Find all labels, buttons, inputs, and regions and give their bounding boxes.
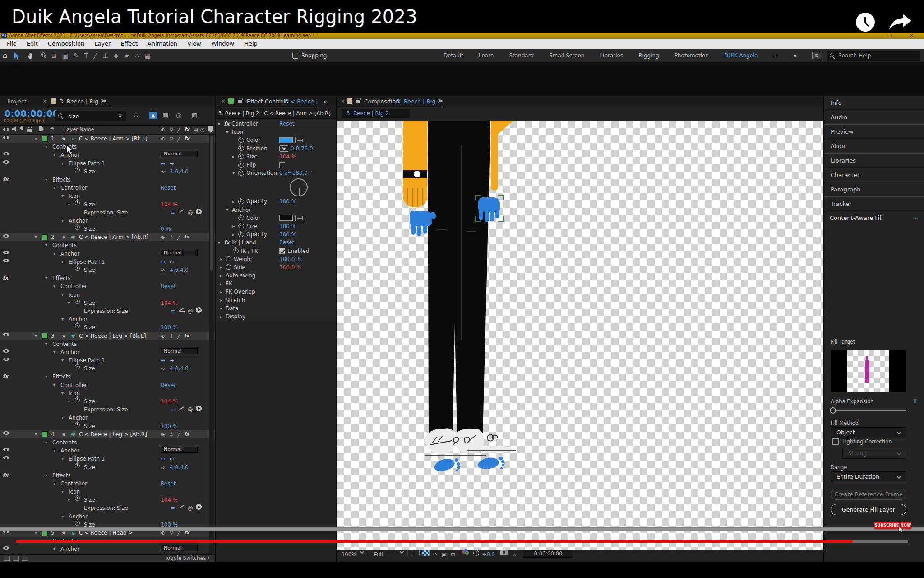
puppet-pin-tool[interactable]: ★ xyxy=(124,52,130,59)
layer-name[interactable]: C < Reece | Leg > [Bk.L] xyxy=(79,332,146,340)
rotate-tool[interactable]: ↻ xyxy=(41,52,46,59)
constrain-icon[interactable]: ↔ xyxy=(170,356,174,364)
expression-graph-icon[interactable] xyxy=(179,209,185,213)
expression-whip-icon[interactable]: @ xyxy=(188,307,193,315)
close-button[interactable]: × xyxy=(910,33,913,39)
alpha-expansion-value[interactable]: 0 xyxy=(913,398,917,405)
switch-fx-icon[interactable]: fx xyxy=(184,332,189,340)
color-toggle-icon[interactable] xyxy=(295,137,305,143)
anchor-group-row[interactable]: ▾ Anchor xyxy=(0,315,215,323)
effect-property-row[interactable]: ▸ Weight ⊕ 100.0 % xyxy=(216,255,336,263)
size-value[interactable]: 4.0,4.0 xyxy=(170,266,189,274)
twirl-icon[interactable]: ▾ xyxy=(61,192,64,200)
constrain-icon[interactable]: ↔ xyxy=(161,356,165,364)
stopwatch-icon[interactable] xyxy=(75,168,80,172)
frame-blending-icon[interactable]: ▤ xyxy=(162,112,168,119)
workspace-tab[interactable]: Standard xyxy=(509,52,534,59)
icon-group-row[interactable]: ▾ Icon xyxy=(0,488,215,496)
stopwatch-icon[interactable] xyxy=(75,496,80,501)
switch-fx-icon[interactable]: fx xyxy=(184,126,189,132)
twirl-icon[interactable]: ▾ xyxy=(218,121,224,126)
switch-fx-icon[interactable]: fx xyxy=(184,430,189,438)
twirl-icon[interactable]: ▾ xyxy=(53,151,55,159)
type-tool[interactable]: T xyxy=(84,52,88,59)
reset-link[interactable]: Reset xyxy=(161,184,176,192)
twirl-icon[interactable]: ▾ xyxy=(45,471,47,480)
guide-star-icon[interactable]: ★ xyxy=(61,332,66,340)
size-value[interactable]: 4.0,4.0 xyxy=(170,168,189,176)
graph-editor-icon[interactable]: ◩ xyxy=(191,112,197,119)
twirl-icon[interactable]: ▾ xyxy=(61,356,64,364)
anchor-size-row[interactable]: Size 0 % xyxy=(0,225,215,233)
checkbox[interactable] xyxy=(279,162,285,168)
stopwatch-icon[interactable] xyxy=(238,163,244,168)
icon-group-row[interactable]: ▾ Icon xyxy=(0,389,215,397)
switch-effects-icon[interactable]: ╱ xyxy=(177,332,180,340)
shy-hash-icon[interactable]: # xyxy=(71,135,75,143)
size-value[interactable]: 104 % xyxy=(161,496,178,504)
blend-mode-dropdown[interactable]: Normal xyxy=(161,447,198,453)
ae-titlebar[interactable]: Ae Adobe After Effects 2021 - C:\Users\e… xyxy=(0,33,924,39)
panel-menu-icon[interactable]: ≡ xyxy=(914,211,919,225)
tab-timeline-comp[interactable]: 3. Reece | Rig 2 xyxy=(60,98,104,105)
ellipse-path-row[interactable]: ▾ Ellipse Path 1 ↔ ↔ xyxy=(0,356,215,364)
tab-effect-controls[interactable]: Effect Controls xyxy=(247,98,288,105)
expression-row[interactable]: Expression: Size = @ xyxy=(0,209,215,217)
workspace-tab[interactable]: Default xyxy=(444,52,463,59)
pen-tool[interactable]: ✎ xyxy=(74,52,79,59)
property-value[interactable]: 100 % xyxy=(279,223,296,229)
generate-fill-layer-button[interactable]: Generate Fill Layer xyxy=(831,504,906,515)
switch-anchor-icon[interactable]: ⊕ xyxy=(161,332,165,340)
expression-language-icon[interactable] xyxy=(196,307,202,313)
effects-group-row[interactable]: fx ▾ Effects xyxy=(0,373,215,381)
expression-enable-icon[interactable]: = xyxy=(171,307,175,315)
twirl-icon[interactable]: ▾ xyxy=(61,258,64,266)
effect-property-row[interactable]: Position ⊕ 0.0,76.0 xyxy=(216,144,336,153)
orientation-dial[interactable] xyxy=(290,178,308,196)
eye-icon[interactable] xyxy=(3,356,9,362)
blend-mode-dropdown[interactable]: Normal xyxy=(161,348,198,354)
property-value[interactable]: 100.0 % xyxy=(279,264,302,270)
twirl-icon[interactable]: ▸ xyxy=(232,154,238,159)
switch-anchor-icon[interactable]: ⊕ xyxy=(161,430,165,438)
icon-size-row[interactable]: ▾ Size 104 % xyxy=(0,200,215,209)
stopwatch-icon[interactable] xyxy=(238,199,244,204)
timeline-scrollbar[interactable] xyxy=(209,135,214,554)
lock-icon[interactable] xyxy=(356,100,360,103)
constrain-icon[interactable]: ↔ xyxy=(161,455,165,463)
expression-whip-icon[interactable]: @ xyxy=(188,406,193,414)
icon-group-row[interactable]: ▾ Icon xyxy=(0,291,215,299)
expression-language-icon[interactable] xyxy=(196,406,202,411)
stopwatch-icon[interactable] xyxy=(238,138,244,143)
twirl-icon[interactable]: ▾ xyxy=(68,299,70,307)
stopwatch-icon[interactable] xyxy=(75,299,80,304)
menu-item[interactable]: Animation xyxy=(143,39,182,49)
expression-whip-icon[interactable]: @ xyxy=(188,504,193,512)
layer-color-chip[interactable] xyxy=(42,333,48,339)
controller-effect-row[interactable]: ▾ Controller Reset xyxy=(0,480,215,488)
switch-effects-icon[interactable]: ╱ xyxy=(177,233,180,241)
eye-icon[interactable] xyxy=(3,430,9,436)
expression-language-icon[interactable] xyxy=(196,209,202,214)
lock-icon[interactable] xyxy=(27,129,32,132)
property-value[interactable]: 0 x+180.0 ° xyxy=(279,170,312,176)
effect-property-row[interactable]: ▸ Data ⊕ xyxy=(216,304,336,312)
stamp-tool[interactable]: ⊥ xyxy=(103,52,108,59)
switch-effects-icon[interactable]: ╱ xyxy=(177,430,180,438)
effect-property-row[interactable]: ▾ fx IK | Hand Reset ⊕ xyxy=(216,238,336,247)
eye-icon[interactable] xyxy=(3,151,9,157)
stopwatch-icon[interactable] xyxy=(75,397,80,402)
effect-property-row[interactable]: ▸ Size ⊕ 100 % xyxy=(216,222,336,230)
twirl-icon[interactable]: ▾ xyxy=(45,340,47,348)
twirl-icon[interactable]: ▾ xyxy=(53,447,55,455)
motion-blur-icon[interactable]: ◎ xyxy=(176,112,181,119)
link-icon[interactable]: ∞ xyxy=(161,463,165,471)
twirl-icon[interactable]: ▾ xyxy=(45,143,47,151)
expression-graph-icon[interactable] xyxy=(179,406,185,410)
menu-item[interactable]: Help xyxy=(239,39,263,49)
size-value[interactable]: 104 % xyxy=(161,397,178,406)
stopwatch-icon[interactable] xyxy=(75,225,80,230)
menu-item[interactable]: Effect xyxy=(116,39,142,49)
controller-effect-row[interactable]: ▾ Controller Reset xyxy=(0,381,215,389)
property-value[interactable]: 100.0 % xyxy=(279,256,302,262)
